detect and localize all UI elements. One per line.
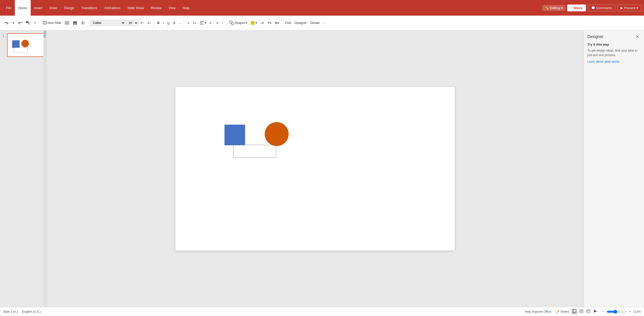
chevron-down-icon: ▾	[561, 6, 563, 10]
font-size-select[interactable]: 18	[126, 20, 138, 26]
tab-home[interactable]: Home	[15, 0, 31, 16]
language-label: English (U.S.)	[22, 310, 41, 313]
ai-group: Find Designer Dictate ···	[283, 17, 328, 28]
find-button[interactable]: Find	[284, 20, 292, 26]
toolbar: ▾ ✕ New Slide Calibri 18 A↑ A↓	[0, 16, 644, 30]
thumb-orange-circle	[21, 40, 29, 47]
tab-file[interactable]: File	[3, 0, 15, 16]
normal-view-button[interactable]	[571, 308, 578, 315]
status-bar-right: Help Improve Office 📝 Notes − + 113%	[525, 308, 641, 315]
scroll-thumb	[44, 30, 46, 38]
designer-learn-link[interactable]: Learn about what works	[587, 60, 619, 63]
close-button[interactable]: ✕	[32, 20, 38, 26]
more-text-options-button[interactable]: ...	[177, 20, 183, 26]
text-shadow-button[interactable]: S	[172, 20, 177, 26]
drawing-group: Shapes ▾ ▾ □▾ ✦▾ ⊞▾	[227, 17, 282, 28]
tab-design[interactable]: Design	[61, 0, 78, 16]
tab-view[interactable]: View	[165, 0, 179, 16]
tab-draw[interactable]: Draw	[46, 0, 60, 16]
shapes-button[interactable]: Shapes ▾	[228, 20, 248, 26]
slide-panel-scrollbar[interactable]	[43, 30, 46, 307]
decrease-font-button[interactable]: A↓	[146, 20, 153, 26]
svg-rect-0	[26, 21, 28, 23]
title-bar: File Home Insert Draw Design Transitions…	[0, 0, 644, 16]
share-button[interactable]: ↑ Share	[567, 5, 586, 11]
tab-insert[interactable]: Insert	[31, 0, 46, 16]
layout-button[interactable]	[71, 20, 79, 26]
tab-animations[interactable]: Animations	[101, 0, 124, 16]
text-box-shape[interactable]	[233, 145, 276, 157]
tab-review[interactable]: Review	[147, 0, 165, 16]
svg-rect-9	[75, 21, 77, 23]
format-painter-icon	[26, 21, 30, 25]
shape-fill-button[interactable]: ▾	[249, 20, 258, 26]
tab-help[interactable]: Help	[179, 0, 193, 16]
undo-group: ▾ ✕	[2, 17, 39, 28]
slide-info-label: Slide 1 of 1	[3, 310, 18, 313]
designer-title: Designer	[587, 34, 603, 39]
slideshow-view-button[interactable]	[592, 308, 599, 315]
redo-button[interactable]	[16, 20, 24, 26]
editing-mode-badge[interactable]: ✏️ Editing ▾	[542, 5, 565, 11]
blue-rectangle-shape[interactable]	[224, 125, 245, 145]
svg-rect-18	[251, 21, 254, 24]
more-options-button[interactable]: ···	[322, 20, 327, 26]
svg-rect-24	[580, 311, 581, 313]
shape-effects-button[interactable]: ✦▾	[266, 20, 273, 26]
undo-dropdown-button[interactable]: ▾	[11, 20, 16, 26]
zoom-in-button[interactable]: +	[628, 309, 632, 314]
slide-thumbnail[interactable]	[7, 33, 47, 57]
numbering-button[interactable]: 1≡	[191, 20, 198, 26]
tab-transitions[interactable]: Transitions	[78, 0, 101, 16]
shape-outline-button[interactable]: □▾	[259, 20, 265, 26]
increase-font-button[interactable]: A↑	[139, 20, 145, 26]
help-improve-label: Help Improve Office	[525, 310, 551, 313]
designer-close-button[interactable]: ✕	[634, 34, 640, 40]
slide-number-label: 1	[3, 34, 4, 37]
canvas-area	[47, 30, 584, 307]
reading-view-button[interactable]	[585, 308, 592, 315]
dictate-button[interactable]: Dictate	[309, 20, 321, 26]
paragraph-group: ≡ 1≡ ▾ ⇤ ⇥ ↕	[185, 17, 226, 28]
reset-button[interactable]	[79, 20, 87, 26]
decrease-indent-button[interactable]: ⇤	[208, 20, 214, 26]
notes-button[interactable]: 📝 Notes	[554, 309, 571, 314]
chevron-down-icon-present: ▾	[636, 6, 638, 10]
svg-rect-17	[230, 21, 232, 23]
bullets-button[interactable]: ≡	[186, 20, 191, 26]
svg-rect-10	[73, 23, 75, 24]
bold-button[interactable]: B	[156, 20, 161, 26]
new-slide-button[interactable]: New Slide	[41, 20, 63, 26]
comments-button[interactable]: 💬 Comments	[588, 5, 615, 11]
reset-icon	[81, 21, 85, 25]
increase-indent-button[interactable]: ⇥	[214, 20, 220, 26]
italic-button[interactable]: I	[162, 20, 165, 26]
share-icon: ↑	[571, 6, 573, 10]
tab-slideshow[interactable]: Slide Show	[124, 0, 147, 16]
line-spacing-button[interactable]: ↕	[220, 20, 225, 26]
ribbon-tabs: File Home Insert Draw Design Transitions…	[3, 0, 542, 16]
screenshot-button[interactable]	[63, 20, 71, 26]
zoom-slider[interactable]	[607, 310, 627, 314]
font-family-select[interactable]: Calibri	[90, 20, 125, 26]
present-icon: ▶	[621, 6, 623, 10]
undo-button[interactable]	[3, 20, 11, 26]
orange-circle-shape[interactable]	[265, 122, 289, 146]
arrange-button[interactable]: ⊞▾	[273, 20, 280, 26]
svg-rect-23	[582, 309, 583, 311]
present-button[interactable]: ▶ Present ▾	[617, 5, 641, 11]
format-painter-button[interactable]	[24, 20, 32, 26]
underline-button[interactable]: U	[166, 20, 171, 26]
align-button[interactable]: ▾	[198, 20, 208, 26]
redo-icon	[18, 21, 22, 25]
screenshot-icon	[65, 21, 69, 25]
slide-canvas[interactable]	[175, 87, 455, 251]
slideshow-view-icon	[593, 309, 597, 313]
svg-rect-26	[587, 310, 590, 313]
zoom-controls: − + 113%	[601, 309, 641, 314]
new-slide-icon	[43, 21, 47, 25]
zoom-out-button[interactable]: −	[601, 309, 606, 314]
designer-button[interactable]: Designer	[293, 20, 308, 26]
slide-sorter-button[interactable]	[578, 308, 585, 315]
font-group: Calibri 18 A↑ A↓	[89, 17, 154, 28]
